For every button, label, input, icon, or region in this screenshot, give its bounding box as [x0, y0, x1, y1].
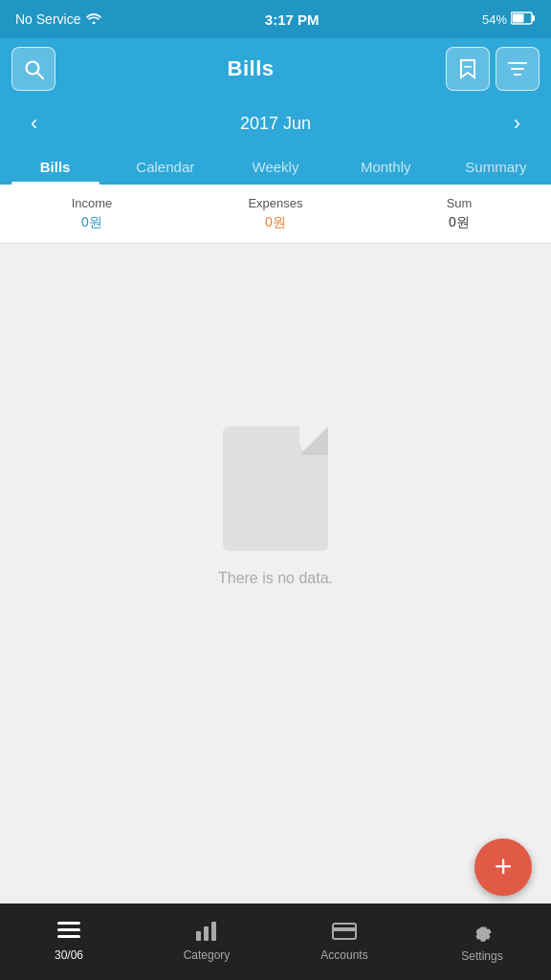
summary-row: Income 0원 Expenses 0원 Sum 0원 — [0, 185, 551, 244]
next-month-button[interactable]: › — [506, 105, 528, 142]
tab-bills[interactable]: Bills — [0, 147, 110, 185]
tab-monthly[interactable]: Monthly — [331, 147, 441, 185]
settings-tab-label: Settings — [461, 949, 502, 963]
income-label: Income — [0, 196, 184, 210]
expenses-label: Expenses — [184, 196, 367, 210]
svg-point-0 — [93, 22, 96, 25]
svg-rect-17 — [333, 927, 356, 931]
category-tab-label: Category — [184, 948, 231, 962]
menu-icon — [57, 922, 80, 945]
status-right: 54% — [482, 11, 536, 28]
svg-rect-14 — [204, 926, 209, 941]
battery-label: 54% — [482, 12, 507, 27]
sum-label: Sum — [367, 196, 551, 210]
current-month: 2017 Jun — [240, 114, 311, 134]
expenses-value: 0원 — [184, 214, 367, 231]
bottom-bar: 30/06 Category Accounts Settings — [0, 904, 551, 980]
svg-rect-13 — [196, 931, 201, 941]
bottom-tab-bills[interactable]: 30/06 — [0, 904, 138, 980]
bottom-tab-settings[interactable]: Settings — [413, 904, 551, 980]
bookmark-button[interactable] — [446, 47, 490, 91]
gear-icon — [472, 921, 493, 946]
header: Bills — [0, 38, 551, 99]
svg-rect-12 — [57, 935, 80, 938]
status-bar: No Service 3:17 PM 54% — [0, 0, 551, 38]
svg-rect-2 — [532, 15, 535, 21]
header-actions — [446, 47, 540, 91]
search-button[interactable] — [11, 47, 55, 91]
bottom-tab-category[interactable]: Category — [138, 904, 276, 980]
accounts-tab-label: Accounts — [320, 948, 367, 962]
bottom-tab-accounts[interactable]: Accounts — [276, 904, 413, 980]
status-left: No Service — [15, 11, 101, 27]
tab-weekly[interactable]: Weekly — [220, 147, 330, 185]
empty-doc-icon — [223, 426, 328, 551]
prev-month-button[interactable]: ‹ — [23, 105, 45, 142]
svg-rect-3 — [512, 13, 523, 22]
income-summary: Income 0원 — [0, 196, 184, 231]
tab-calendar[interactable]: Calendar — [110, 147, 220, 185]
battery-icon — [511, 11, 536, 28]
empty-message: There is no data. — [218, 570, 333, 587]
empty-state: There is no data. — [0, 244, 551, 770]
svg-line-5 — [37, 73, 43, 78]
header-title: Bills — [228, 56, 275, 81]
add-button[interactable]: + — [474, 838, 532, 896]
sum-summary: Sum 0원 — [367, 196, 551, 231]
bills-tab-label: 30/06 — [55, 948, 83, 962]
svg-rect-11 — [57, 928, 80, 931]
filter-button[interactable] — [496, 47, 540, 91]
sum-value: 0원 — [367, 214, 551, 231]
status-time: 3:17 PM — [265, 11, 320, 28]
add-icon: + — [495, 851, 513, 882]
bar-chart-icon — [195, 922, 218, 945]
month-nav: ‹ 2017 Jun › — [0, 99, 551, 147]
svg-rect-15 — [211, 922, 216, 941]
carrier-label: No Service — [15, 11, 80, 27]
svg-rect-10 — [57, 922, 80, 925]
income-value: 0원 — [0, 214, 184, 231]
expenses-summary: Expenses 0원 — [184, 196, 367, 231]
tab-bar: Bills Calendar Weekly Monthly Summary — [0, 147, 551, 185]
wifi-icon — [86, 11, 101, 27]
svg-rect-6 — [464, 66, 472, 68]
tab-summary[interactable]: Summary — [441, 147, 551, 185]
card-icon — [332, 922, 357, 945]
